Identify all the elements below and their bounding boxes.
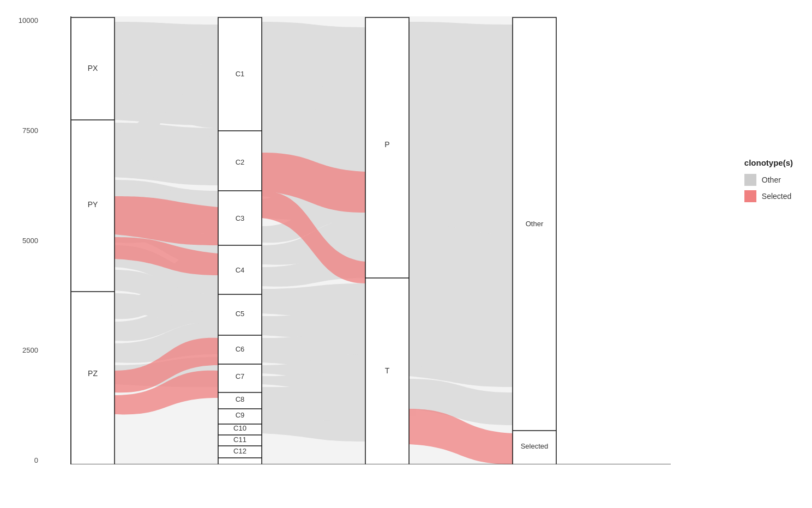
- y-axis: 0 2500 5000 7500 10000: [5, 16, 38, 464]
- svg-text:C7: C7: [236, 372, 245, 380]
- svg-text:T: T: [385, 366, 390, 375]
- other-label: Other: [762, 176, 781, 184]
- svg-text:C4: C4: [236, 266, 245, 274]
- legend-item-other: Other: [744, 174, 793, 186]
- svg-text:PX: PX: [88, 64, 98, 72]
- svg-rect-35: [365, 17, 409, 464]
- svg-text:C10: C10: [233, 424, 246, 432]
- svg-text:C9: C9: [236, 411, 245, 419]
- svg-text:PZ: PZ: [88, 369, 98, 378]
- y-label-7500: 7500: [22, 126, 38, 135]
- y-label-10000: 10000: [19, 16, 38, 25]
- selected-swatch: [744, 190, 756, 202]
- legend: clonotype(s) Other Selected: [736, 153, 801, 212]
- svg-text:PY: PY: [88, 200, 98, 209]
- svg-rect-39: [513, 17, 556, 464]
- svg-text:C2: C2: [236, 158, 245, 166]
- legend-item-selected: Selected: [744, 190, 793, 202]
- y-label-0: 0: [34, 456, 38, 464]
- svg-text:C12: C12: [233, 447, 246, 455]
- other-swatch: [744, 174, 756, 186]
- svg-text:C1: C1: [236, 70, 245, 78]
- svg-text:P: P: [384, 140, 389, 149]
- svg-text:C5: C5: [236, 310, 245, 318]
- svg-text:Other: Other: [526, 220, 544, 228]
- svg-text:C8: C8: [236, 395, 245, 403]
- legend-title: clonotype(s): [744, 158, 793, 167]
- svg-text:C11: C11: [233, 436, 246, 444]
- svg-rect-4: [71, 17, 115, 464]
- svg-text:C3: C3: [236, 214, 245, 222]
- chart-container: 0 2500 5000 7500 10000: [0, 0, 812, 508]
- svg-text:Selected: Selected: [521, 442, 549, 450]
- y-label-2500: 2500: [22, 346, 38, 354]
- svg-text:C6: C6: [236, 345, 245, 353]
- selected-label: Selected: [762, 192, 791, 201]
- sankey-chart: PX PY PZ C1 C2 C3 C4 C5 C6: [44, 16, 698, 464]
- y-label-5000: 5000: [22, 237, 38, 245]
